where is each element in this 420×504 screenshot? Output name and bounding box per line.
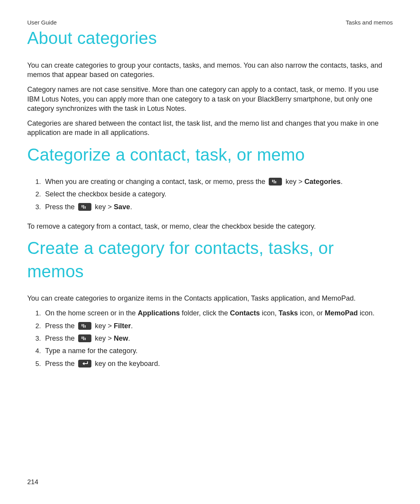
svg-point-12 — [83, 208, 84, 209]
heading-categorize: Categorize a contact, task, or memo — [27, 143, 393, 166]
svg-point-10 — [83, 206, 84, 208]
step-text: Press the — [45, 360, 77, 368]
step-text: key on the keyboard. — [95, 360, 160, 368]
step-bold: Filter — [114, 322, 131, 330]
step-text: Press the — [45, 322, 77, 330]
step-text: key > — [95, 322, 114, 330]
create-step-2: Press the key > Filter. — [43, 321, 393, 331]
svg-point-23 — [82, 338, 83, 339]
step-bold: Contacts — [230, 309, 260, 317]
svg-point-9 — [82, 206, 83, 208]
svg-point-24 — [83, 338, 84, 339]
create-step-5: Press the key on the keyboard. — [43, 359, 393, 368]
running-header: User Guide Tasks and memos — [27, 19, 393, 26]
bb-menu-key-icon — [78, 203, 91, 211]
about-paragraph-3: Categories are shared between the contac… — [27, 119, 393, 138]
svg-point-8 — [83, 205, 84, 206]
svg-point-4 — [275, 181, 276, 182]
categorize-note: To remove a category from a contact, tas… — [27, 222, 393, 231]
create-steps: On the home screen or in the Application… — [27, 308, 393, 368]
svg-point-26 — [83, 339, 84, 340]
step-bold: Applications — [138, 309, 180, 317]
svg-point-17 — [83, 326, 84, 327]
step-text: icon. — [358, 309, 374, 317]
bb-menu-key-icon — [78, 334, 91, 342]
svg-point-3 — [274, 181, 275, 182]
step-text: icon, — [260, 309, 278, 317]
page-number: 214 — [27, 478, 38, 487]
svg-point-0 — [272, 180, 273, 181]
step-text: . — [341, 178, 343, 186]
about-paragraph-2: Category names are not case sensitive. M… — [27, 85, 393, 113]
svg-point-1 — [274, 180, 275, 181]
step-bold: New — [114, 334, 128, 342]
step-text: icon, or — [298, 309, 325, 317]
step-text: Press the — [45, 334, 77, 342]
svg-point-16 — [82, 326, 83, 327]
step-text: folder, click the — [180, 309, 230, 317]
step-bold: MemoPad — [325, 309, 358, 317]
svg-point-5 — [274, 182, 275, 184]
step-text: . — [128, 334, 130, 342]
svg-point-7 — [82, 205, 83, 206]
step-text: key > — [95, 334, 114, 342]
svg-point-11 — [85, 206, 86, 208]
heading-create-category: Create a category for contacts, tasks, o… — [27, 236, 393, 283]
create-step-4: Type a name for the category. — [43, 346, 393, 355]
svg-point-22 — [83, 337, 84, 338]
svg-point-14 — [82, 324, 83, 326]
svg-point-19 — [83, 327, 84, 328]
create-intro: You can create categories to organize it… — [27, 294, 393, 303]
header-left: User Guide — [27, 19, 57, 26]
categorize-step-2: Select the checkbox beside a category. — [43, 189, 393, 199]
svg-point-18 — [85, 326, 86, 327]
step-bold: Save — [114, 203, 130, 211]
about-paragraph-1: You can create categories to group your … — [27, 61, 393, 80]
heading-about-categories: About categories — [27, 26, 393, 49]
svg-point-21 — [82, 337, 83, 338]
header-right: Tasks and memos — [346, 19, 393, 26]
step-bold: Tasks — [278, 309, 298, 317]
svg-point-2 — [272, 181, 273, 182]
categorize-step-3: Press the key > Save. — [43, 202, 393, 212]
step-text: Press the — [45, 203, 77, 211]
svg-point-15 — [83, 324, 84, 326]
bb-menu-key-icon — [269, 178, 282, 186]
svg-point-13 — [85, 208, 86, 209]
enter-key-icon — [78, 360, 91, 368]
svg-point-6 — [275, 182, 276, 184]
step-text: key > — [95, 203, 114, 211]
step-text: key > — [285, 178, 304, 186]
categorize-steps: When you are creating or changing a cont… — [27, 177, 393, 212]
svg-point-20 — [85, 327, 86, 328]
bb-menu-key-icon — [78, 322, 91, 330]
svg-point-27 — [85, 339, 86, 340]
step-text: When you are creating or changing a cont… — [45, 178, 267, 186]
create-step-3: Press the key > New. — [43, 334, 393, 343]
step-text: . — [131, 322, 133, 330]
categorize-step-1: When you are creating or changing a cont… — [43, 177, 393, 186]
step-text: . — [130, 203, 132, 211]
step-text: On the home screen or in the — [45, 309, 138, 317]
create-step-1: On the home screen or in the Application… — [43, 308, 393, 318]
step-bold: Categories — [304, 178, 341, 186]
svg-point-25 — [85, 338, 86, 339]
